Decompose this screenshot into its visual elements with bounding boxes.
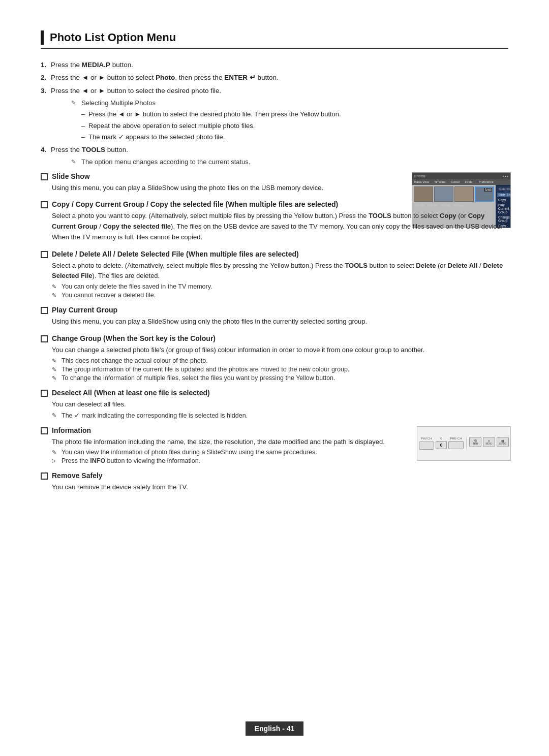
section-slide-show: Slide Show Photos • • • Basic View Timel… (41, 172, 508, 194)
section-copy-body: Select a photo you want to copy. (Altern… (41, 211, 508, 242)
section-change-group-header: Change Group (When the Sort key is the C… (41, 334, 508, 342)
step2-enter: ENTER ↵ (224, 74, 256, 81)
dash-item-1: Press the ◄ or ► button to select the de… (81, 109, 508, 119)
section-copy: Copy / Copy Current Group / Copy the sel… (41, 200, 508, 242)
section-remove-safely: Remove Safely You can remove the device … (41, 471, 508, 493)
section-change-group-title: Change Group (When the Sort key is the C… (52, 334, 216, 342)
step-2: 2. Press the ◄ or ► button to select Pho… (41, 73, 508, 83)
section-change-group-body: You can change a selected photo file's (… (41, 345, 508, 356)
section-deselect-body: You can deselect all files. (41, 399, 508, 410)
checkbox-icon-deselect (41, 390, 48, 397)
delete-note-2: ✎ You cannot recover a deleted file. (41, 292, 508, 299)
section-play-current-header: Play Current Group (41, 306, 508, 314)
deselect-note-1: ✎ The ✓ mark indicating the correspondin… (41, 412, 508, 419)
step-4: 4. Press the TOOLS button. ✎ The option … (41, 145, 508, 167)
checkbox-icon-delete (41, 251, 48, 258)
section-deselect-header: Deselect All (When at least one file is … (41, 389, 508, 397)
step2-photo: Photo (156, 74, 175, 81)
section-copy-title: Copy / Copy Current Group / Copy the sel… (52, 200, 338, 208)
section-delete-title: Delete / Delete All / Delete Selected Fi… (52, 250, 299, 258)
nav-folder: Folder (465, 180, 473, 183)
remote-zero-btn: 0 (436, 441, 447, 449)
section-change-group: Change Group (When the Sort key is the C… (41, 334, 508, 382)
change-group-note-2: ✎ The group information of the current f… (41, 366, 508, 373)
remote-info-btn: ⓘ INFO (469, 437, 481, 447)
step4-note-item: ✎ The option menu changes according to t… (71, 157, 508, 167)
page: Photo List Option Menu 1. Press the MEDI… (0, 0, 549, 756)
section-deselect: Deselect All (When at least one file is … (41, 389, 508, 419)
remote-diagram: FAV.CH 0 0 PRE-CH ⓘ INFO (417, 426, 511, 461)
step-1: 1. Press the MEDIA.P button. (41, 60, 508, 70)
checkbox-icon-slide-show (41, 173, 48, 180)
nav-timeline: Timeline (434, 180, 445, 183)
step4-note-text: The option menu changes according to the… (81, 157, 250, 167)
numbered-steps: 1. Press the MEDIA.P button. 2. Press th… (41, 60, 508, 167)
nav-basic: Basic View (414, 180, 429, 183)
section-deselect-title: Deselect All (When at least one file is … (52, 389, 210, 397)
step3-note-item: ✎ Selecting Multiple Photos (71, 98, 508, 108)
step3-subnote: ✎ Selecting Multiple Photos Press the ◄ … (51, 98, 508, 142)
change-group-note-1: ✎ This does not change the actual colour… (41, 357, 508, 364)
section-remove-safely-body: You can remove the device safely from th… (41, 482, 508, 493)
section-copy-header: Copy / Copy Current Group / Copy the sel… (41, 200, 508, 208)
section-remove-safely-header: Remove Safely (41, 471, 508, 480)
nav-preference: Preference (478, 180, 493, 183)
dash-item-3: The mark ✓ appears to the selected photo… (81, 132, 508, 142)
checkbox-icon-play (41, 307, 48, 314)
title-bar-accent (41, 30, 44, 45)
step3-dash-list: Press the ◄ or ► button to select the de… (71, 109, 508, 142)
section-slide-show-title: Slide Show (52, 172, 90, 180)
checkbox-icon-change-group (41, 335, 48, 342)
step3-note-label: Selecting Multiple Photos (81, 98, 156, 108)
step4-tools: TOOLS (82, 146, 105, 153)
section-information-title: Information (52, 426, 91, 434)
section-delete-body: Select a photo to delete. (Alternatively… (41, 261, 508, 282)
remote-guide-btn: ▦ GUIDE (497, 437, 509, 447)
step1-bold: MEDIA.P (82, 61, 110, 69)
remote-favchan-label: FAV.CH (421, 437, 432, 440)
checkbox-icon-information (41, 427, 48, 434)
checkbox-icon-copy (41, 201, 48, 208)
page-title: Photo List Option Menu (50, 31, 176, 44)
section-delete-header: Delete / Delete All / Delete Selected Fi… (41, 250, 508, 258)
step4-subnote: ✎ The option menu changes according to t… (51, 157, 508, 167)
section-play-current-title: Play Current Group (52, 306, 117, 314)
remote-prech-btn (448, 441, 464, 449)
delete-note-1: ✎ You can only delete the files saved in… (41, 283, 508, 290)
section-play-current: Play Current Group Using this menu, you … (41, 306, 508, 327)
remote-menu-btn: ≡ MENU (483, 437, 495, 447)
section-play-current-body: Using this menu, you can play a SlideSho… (41, 317, 508, 327)
footer-label: English - 41 (246, 721, 304, 736)
nav-colour: Colour (451, 180, 460, 183)
change-group-note-3: ✎ To change the information of multiple … (41, 374, 508, 382)
screenshot-dots: • • • (503, 174, 508, 178)
section-information: Information FAV.CH 0 0 PRE-CH (41, 426, 508, 465)
dash-item-2: Repeat the above operation to select mul… (81, 121, 508, 131)
title-section: Photo List Option Menu (41, 30, 508, 49)
footer: English - 41 (0, 721, 549, 736)
step-3: 3. Press the ◄ or ► button to select the… (41, 86, 508, 142)
section-remove-safely-title: Remove Safely (52, 471, 103, 480)
section-delete: Delete / Delete All / Delete Selected Fi… (41, 250, 508, 299)
remote-favchan-btn (419, 442, 434, 450)
checkbox-icon-remove (41, 472, 48, 480)
screenshot-title: Photos (414, 174, 425, 178)
